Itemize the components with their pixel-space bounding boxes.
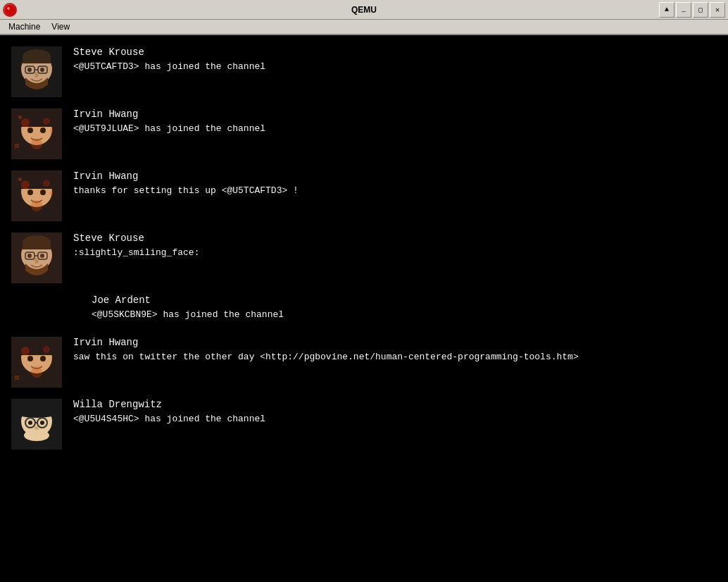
title-bar-controls: ▲ _ ▢ ✕ bbox=[659, 2, 725, 18]
list-item: Willa Drengwitz <@U5U4S45HC> has joined … bbox=[0, 393, 728, 455]
sender-name: Irvin Hwang bbox=[73, 337, 717, 348]
menu-bar: Machine View bbox=[0, 20, 728, 35]
message-content: Irvin Hwang <@U5T9JLUAE> has joined the … bbox=[73, 109, 717, 135]
svg-point-65 bbox=[18, 411, 55, 418]
avatar bbox=[11, 399, 62, 450]
avatar bbox=[11, 47, 62, 97]
list-item: Irvin Hwang saw this on twitter the othe… bbox=[0, 331, 728, 393]
avatar bbox=[11, 337, 62, 388]
avatar bbox=[11, 171, 62, 221]
message-text: <@U5TCAFTD3> has joined the channel bbox=[73, 61, 717, 73]
minimize-button2[interactable]: _ bbox=[676, 2, 691, 18]
message-text: saw this on twitter the other day <http:… bbox=[73, 351, 717, 364]
message-content: Irvin Hwang saw this on twitter the othe… bbox=[73, 337, 717, 364]
chat-area[interactable]: Steve Krouse <@U5TCAFTD3> has joined the… bbox=[0, 35, 728, 582]
list-item: Irvin Hwang thanks for setting this up <… bbox=[0, 165, 728, 227]
minimize-button[interactable]: ▲ bbox=[659, 2, 674, 18]
list-item: Steve Krouse :slightly_smiling_face: bbox=[0, 227, 728, 289]
svg-rect-13 bbox=[11, 47, 62, 97]
svg-rect-59 bbox=[11, 337, 62, 388]
qemu-logo bbox=[3, 3, 17, 17]
svg-rect-38 bbox=[50, 192, 53, 194]
message-content: Willa Drengwitz <@U5U4S45HC> has joined … bbox=[73, 399, 717, 426]
message-content: Steve Krouse :slightly_smiling_face: bbox=[73, 233, 717, 259]
avatar bbox=[11, 233, 62, 283]
svg-rect-24 bbox=[18, 116, 22, 119]
svg-point-70 bbox=[40, 421, 44, 425]
message-content: Joe Ardent <@U5SKCBN9E> has joined the c… bbox=[92, 295, 717, 321]
list-item: Irvin Hwang <@U5T9JLUAE> has joined the … bbox=[0, 103, 728, 165]
list-item: Steve Krouse <@U5TCAFTD3> has joined the… bbox=[0, 41, 728, 103]
message-content: Irvin Hwang thanks for setting this up <… bbox=[73, 171, 717, 197]
svg-point-69 bbox=[28, 421, 32, 425]
svg-point-72 bbox=[24, 430, 49, 441]
svg-point-0 bbox=[5, 5, 15, 15]
menu-view[interactable]: View bbox=[46, 20, 75, 33]
sender-name: Irvin Hwang bbox=[73, 109, 717, 120]
svg-rect-37 bbox=[18, 178, 22, 181]
close-button[interactable]: ✕ bbox=[710, 2, 725, 18]
message-content: Steve Krouse <@U5TCAFTD3> has joined the… bbox=[73, 47, 717, 73]
svg-rect-49 bbox=[11, 233, 62, 283]
message-text: :slightly_smiling_face: bbox=[73, 247, 717, 259]
maximize-button[interactable]: ▢ bbox=[693, 2, 708, 18]
sender-name: Irvin Hwang bbox=[73, 171, 717, 182]
sender-name: Joe Ardent bbox=[92, 295, 717, 306]
list-item: Joe Ardent <@U5SKCBN9E> has joined the c… bbox=[0, 289, 728, 331]
title-bar: QEMU ▲ _ ▢ ✕ bbox=[0, 0, 728, 20]
title-bar-left bbox=[3, 3, 17, 17]
sender-name: Willa Drengwitz bbox=[73, 399, 717, 410]
svg-rect-25 bbox=[50, 130, 53, 132]
avatar bbox=[11, 109, 62, 159]
menu-machine[interactable]: Machine bbox=[3, 20, 46, 33]
message-text: <@U5U4S45HC> has joined the channel bbox=[73, 413, 717, 426]
svg-rect-60 bbox=[15, 376, 19, 380]
message-text: <@U5SKCBN9E> has joined the channel bbox=[92, 309, 717, 321]
sender-name: Steve Krouse bbox=[73, 47, 717, 58]
message-text: thanks for setting this up <@U5TCAFTD3> … bbox=[73, 185, 717, 197]
message-text: <@U5T9JLUAE> has joined the channel bbox=[73, 123, 717, 135]
svg-rect-26 bbox=[15, 144, 19, 148]
svg-point-1 bbox=[7, 7, 10, 10]
sender-name: Steve Krouse bbox=[73, 233, 717, 244]
window-title: QEMU bbox=[351, 5, 377, 15]
